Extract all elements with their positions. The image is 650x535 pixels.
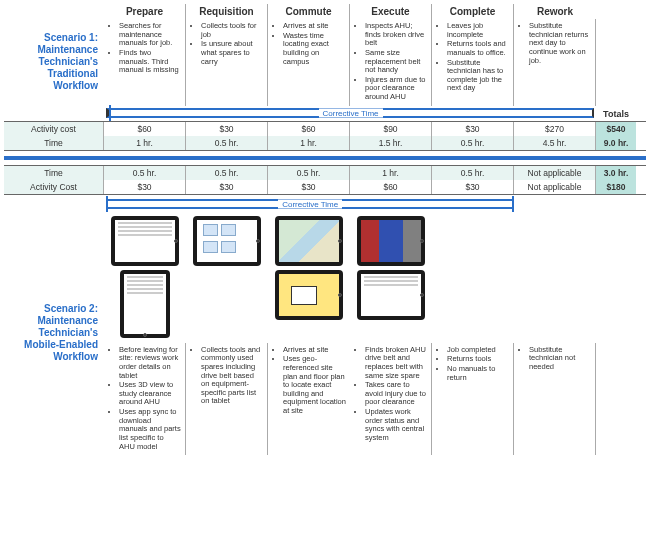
s1-requisition: Collects tools for jobIs unsure about wh… [186, 19, 268, 106]
totals-header: Totals [596, 109, 636, 120]
s2-commute: Arrives at siteUses geo-referenced site … [268, 343, 350, 456]
scenario-divider [4, 156, 646, 160]
tablet-images-row [104, 211, 596, 343]
s2-rework: Substitute technician not needed [514, 343, 596, 456]
corrective-time-bar: Corrective Time [106, 199, 514, 209]
phase-header: Prepare [104, 4, 186, 19]
s2-metrics-table: Time 0.5 hr. 0.5 hr. 0.5 hr. 1 hr. 0.5 h… [4, 165, 646, 195]
s1-metrics-table: Activity cost $60 $30 $60 $90 $30 $270 $… [4, 121, 646, 151]
s2-complete: Job completedReturns toolsNo manuals to … [432, 343, 514, 456]
s1-prepare: Searches for maintenance manuals for job… [104, 19, 186, 106]
phase-header: Requisition [186, 4, 268, 19]
s2-execute: Finds broken AHU drive belt and replaces… [350, 343, 432, 456]
s1-rework: Substitute technician returns next day t… [514, 19, 596, 106]
row-label: Activity cost [4, 122, 104, 136]
s2-total-time: 3.0 hr. [596, 166, 636, 180]
scenario2-label: Scenario 2: Maintenance Technician's Mob… [4, 211, 104, 456]
s2-requisition: Collects tools and commonly used spares … [186, 343, 268, 456]
tablet-icon [357, 270, 425, 320]
tablet-icon [120, 270, 170, 338]
row-label: Activity Cost [4, 180, 104, 194]
tablet-map-icon [275, 216, 343, 266]
phase-header: Execute [350, 4, 432, 19]
tablet-icon [111, 216, 179, 266]
s1-total-time: 9.0 hr. [596, 136, 636, 150]
s1-total-cost: $540 [596, 122, 636, 136]
corrective-time-bar: Corrective Time [106, 108, 594, 118]
tablet-icon [193, 216, 261, 266]
phase-header: Rework [514, 4, 596, 19]
s2-prepare: Before leaving for site: reviews work or… [104, 343, 186, 456]
phase-header: Complete [432, 4, 514, 19]
s1-commute: Arrives at siteWastes time locating exac… [268, 19, 350, 106]
s2-total-cost: $180 [596, 180, 636, 194]
tablet-3d-icon [357, 216, 425, 266]
row-label: Time [4, 166, 104, 180]
corrective-label: Corrective Time [278, 199, 342, 208]
scenario2-grid: Corrective Time Scenario 2: Maintenance … [4, 197, 646, 456]
corrective-label: Corrective Time [318, 108, 382, 117]
scenario1-label: Scenario 1: Maintenance Technician's Tra… [4, 19, 104, 106]
s1-execute: Inspects AHU; finds broken drive beltSam… [350, 19, 432, 106]
s1-complete: Leaves job incompleteReturns tools and m… [432, 19, 514, 106]
row-label: Time [4, 136, 104, 150]
scenario1-grid: Prepare Requisition Commute Execute Comp… [4, 4, 646, 120]
phase-header: Commute [268, 4, 350, 19]
tablet-diagram-icon [275, 270, 343, 320]
